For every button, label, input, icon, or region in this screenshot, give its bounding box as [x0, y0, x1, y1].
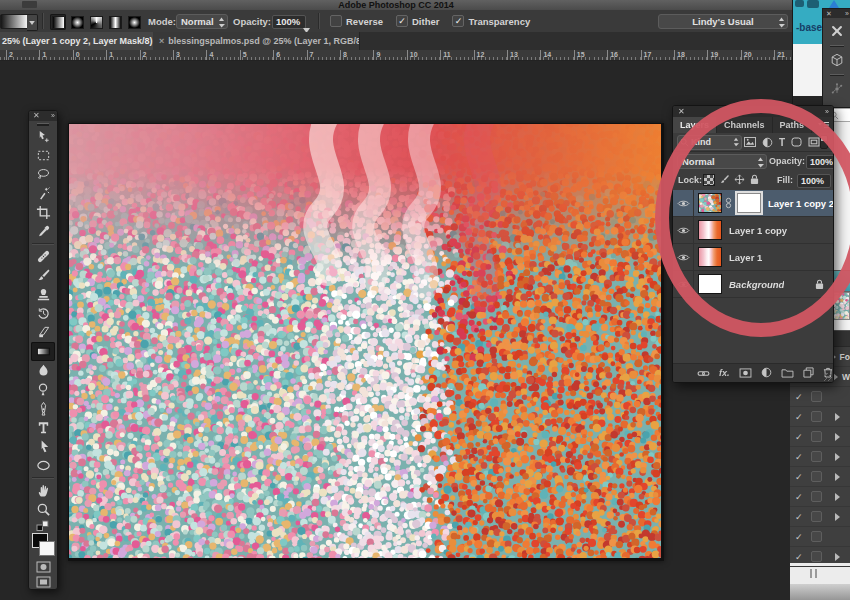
- swap-colors-icon[interactable]: [29, 519, 57, 532]
- action-row[interactable]: ✓: [790, 507, 850, 527]
- opacity-value[interactable]: 100%: [272, 15, 306, 29]
- close-icon[interactable]: ✕: [33, 111, 40, 121]
- shape-ellipse-tool[interactable]: [31, 456, 55, 475]
- check-icon[interactable]: ✓: [795, 392, 808, 402]
- dialog-toggle-box[interactable]: [811, 511, 822, 522]
- dialog-toggle-box[interactable]: [811, 411, 822, 422]
- reflected-gradient-icon[interactable]: [107, 14, 123, 30]
- action-row[interactable]: ✓: [790, 427, 850, 447]
- expand-triangle-icon[interactable]: [835, 453, 840, 461]
- dialog-toggle-box[interactable]: [811, 551, 822, 562]
- checkbox-transparency[interactable]: ✓Transparency: [452, 15, 530, 27]
- collapse-icon[interactable]: »: [845, 9, 848, 18]
- expand-triangle-icon[interactable]: [835, 473, 840, 481]
- workspace-select[interactable]: Lindy's Usual: [658, 14, 788, 29]
- check-icon[interactable]: ✓: [795, 492, 808, 502]
- lock-all-icon[interactable]: [750, 174, 759, 185]
- link-layers-button[interactable]: [697, 364, 710, 382]
- eraser-tool[interactable]: [31, 323, 55, 342]
- dialog-toggle-box[interactable]: [811, 431, 822, 442]
- close-tab-icon[interactable]: ×: [159, 36, 164, 46]
- check-icon[interactable]: ✓: [795, 552, 808, 562]
- diamond-gradient-icon[interactable]: [126, 14, 142, 30]
- layer-opacity-value[interactable]: 100%: [806, 155, 834, 169]
- radial-gradient-icon[interactable]: [69, 14, 85, 30]
- checkbox-reverse[interactable]: Reverse: [330, 15, 383, 27]
- dialog-toggle-box[interactable]: [811, 531, 822, 542]
- lock-pixels-icon[interactable]: [719, 174, 730, 185]
- tab-layers[interactable]: Layers: [673, 117, 717, 133]
- path-select-tool[interactable]: [31, 437, 55, 456]
- crop-tool[interactable]: [31, 203, 55, 222]
- document-tab-inactive[interactable]: ×blessingspalmos.psd @ 25% (Layer 1, RGB…: [153, 32, 360, 50]
- healing-brush-tool[interactable]: [31, 247, 55, 266]
- action-row[interactable]: ✓: [790, 527, 850, 547]
- add-layer-mask-button[interactable]: [739, 364, 752, 382]
- lock-transparency-icon[interactable]: [703, 174, 715, 186]
- action-row[interactable]: ✓: [790, 547, 850, 567]
- lock-position-icon[interactable]: [734, 174, 745, 185]
- clone-stamp-tool[interactable]: [31, 285, 55, 304]
- checkbox-dither[interactable]: ✓Dither: [396, 15, 439, 27]
- screen-mode-button[interactable]: [29, 574, 57, 589]
- action-row[interactable]: ✓: [790, 467, 850, 487]
- action-row[interactable]: ✓: [790, 487, 850, 507]
- fill-value[interactable]: 100%: [797, 174, 831, 188]
- check-icon[interactable]: ✓: [795, 432, 808, 442]
- action-row[interactable]: ✓: [790, 387, 850, 407]
- expand-triangle-icon[interactable]: [835, 513, 840, 521]
- share-panel-button[interactable]: [823, 76, 850, 102]
- collapse-icon[interactable]: »: [51, 111, 54, 121]
- zoom-tool[interactable]: [31, 500, 55, 519]
- layer-row-layer-1-copy-2[interactable]: Layer 1 copy 2: [673, 190, 833, 217]
- document-canvas[interactable]: [69, 124, 661, 558]
- tab-paths[interactable]: Paths: [773, 117, 813, 133]
- marquee-tool[interactable]: [31, 146, 55, 165]
- layer-blend-mode-select[interactable]: Normal: [677, 154, 767, 169]
- layer-thumbnail[interactable]: [698, 193, 722, 213]
- type-tool[interactable]: [31, 418, 55, 437]
- filter-smart-object-icon[interactable]: [808, 137, 820, 147]
- layer-row-background[interactable]: Background: [673, 271, 833, 298]
- filter-kind-select[interactable]: Kind: [677, 135, 742, 150]
- angle-gradient-icon[interactable]: [88, 14, 104, 30]
- check-icon[interactable]: ✓: [795, 412, 808, 422]
- layer-thumbnail[interactable]: [698, 247, 722, 267]
- pen-tool[interactable]: [31, 399, 55, 418]
- expand-triangle-icon[interactable]: [835, 553, 840, 561]
- collapse-icon[interactable]: »: [825, 106, 828, 117]
- history-brush-tool[interactable]: [31, 304, 55, 323]
- layer-visibility-toggle[interactable]: [673, 271, 694, 297]
- layer-row-layer-1-copy[interactable]: Layer 1 copy: [673, 217, 833, 244]
- background-color-swatch[interactable]: [39, 541, 55, 556]
- gradient-picker-arrow[interactable]: [27, 14, 38, 31]
- layer-thumbnail[interactable]: [698, 220, 722, 240]
- layer-row-layer-1[interactable]: Layer 1: [673, 244, 833, 271]
- action-row[interactable]: ✓: [790, 447, 850, 467]
- linear-gradient-icon[interactable]: [50, 14, 66, 30]
- document-tab-active[interactable]: 25% (Layer 1 copy 2, Layer Mask/8) *: [0, 32, 155, 50]
- expand-triangle-icon[interactable]: [835, 413, 840, 421]
- new-adjustment-layer-button[interactable]: [761, 364, 772, 382]
- 3d-panel-button[interactable]: [823, 47, 850, 73]
- check-icon[interactable]: ✓: [795, 452, 808, 462]
- layer-visibility-toggle[interactable]: [673, 217, 694, 243]
- tools-preset-panel-button[interactable]: [823, 18, 850, 44]
- layer-visibility-toggle[interactable]: [673, 190, 694, 216]
- gradient-preview-swatch[interactable]: [0, 14, 28, 29]
- quick-mask-button[interactable]: [29, 559, 57, 574]
- filter-type-layers-icon[interactable]: T: [779, 137, 785, 148]
- tab-channels[interactable]: Channels: [717, 117, 773, 133]
- magic-wand-tool[interactable]: [31, 184, 55, 203]
- blend-mode-select[interactable]: Normal: [176, 14, 228, 29]
- dialog-toggle-box[interactable]: [811, 491, 822, 502]
- check-icon[interactable]: ✓: [795, 512, 808, 522]
- dodge-tool[interactable]: [31, 380, 55, 399]
- panel-menu-button[interactable]: [817, 117, 830, 133]
- filter-adjustment-layers-icon[interactable]: [762, 137, 773, 148]
- filter-pixel-layers-icon[interactable]: [744, 137, 756, 147]
- new-layer-button[interactable]: [803, 364, 814, 382]
- filter-shape-layers-icon[interactable]: [791, 137, 802, 147]
- lasso-tool[interactable]: [31, 165, 55, 184]
- resize-grip[interactable]: [824, 373, 832, 381]
